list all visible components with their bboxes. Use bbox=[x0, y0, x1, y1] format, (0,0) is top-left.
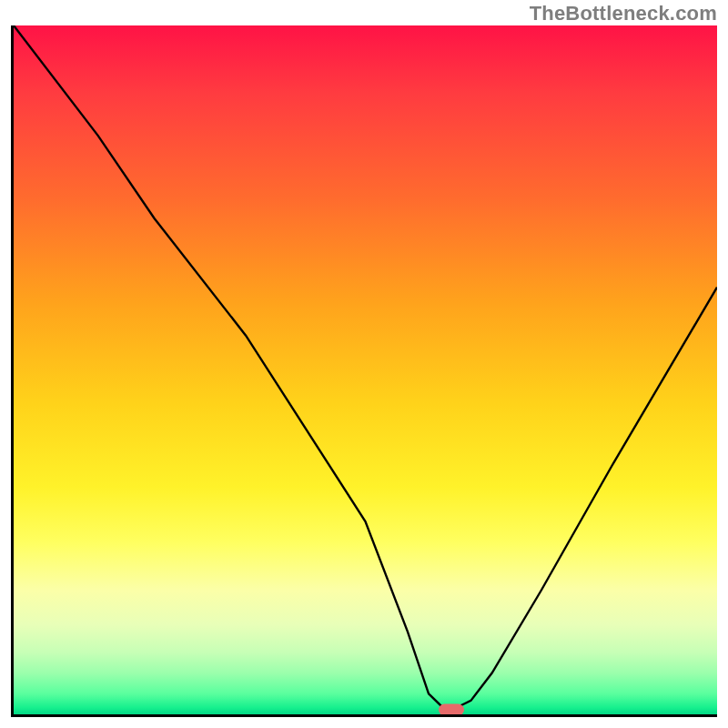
bottleneck-curve bbox=[14, 25, 717, 707]
plot-area bbox=[11, 25, 717, 717]
curve-svg bbox=[14, 25, 717, 714]
optimum-marker bbox=[439, 704, 464, 716]
attribution-label: TheBottleneck.com bbox=[530, 2, 717, 25]
chart-container: TheBottleneck.com bbox=[0, 0, 728, 728]
